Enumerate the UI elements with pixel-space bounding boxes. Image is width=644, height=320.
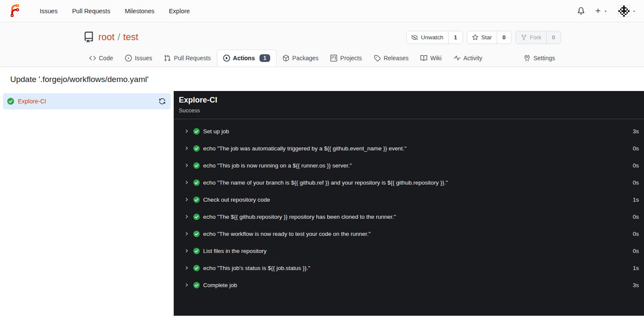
repo-name-link[interactable]: test xyxy=(123,32,138,43)
repo-icon xyxy=(83,32,94,43)
tools-icon xyxy=(524,55,530,62)
step-duration: 0s xyxy=(633,214,639,220)
nav-issues[interactable]: Issues xyxy=(40,8,58,15)
tab-actions[interactable]: Actions 1 xyxy=(217,50,277,67)
chevron-right-icon xyxy=(184,146,189,151)
step-name: Set up job xyxy=(203,128,229,135)
job-title: Explore-CI xyxy=(179,95,639,105)
repo-tabs: Code Issues Pull Requests Actions 1 xyxy=(83,50,561,67)
step-duration: 0s xyxy=(633,162,639,169)
step-duration: 1s xyxy=(633,265,639,271)
actions-run-page: Update '.forgejo/workflows/demo.yaml' Ex… xyxy=(0,75,644,316)
code-icon xyxy=(89,55,96,62)
chevron-right-icon xyxy=(184,163,189,168)
nav-pull-requests[interactable]: Pull Requests xyxy=(72,8,110,15)
chevron-right-icon xyxy=(184,214,189,219)
tab-label: Releases xyxy=(384,55,408,62)
job-name: Explore-CI xyxy=(18,98,46,105)
top-navbar: Issues Pull Requests Milestones Explore xyxy=(0,0,644,22)
tab-code[interactable]: Code xyxy=(83,50,119,67)
success-check-icon xyxy=(193,162,200,169)
step-name: echo "The name of your branch is ${{ git… xyxy=(203,179,448,186)
package-icon xyxy=(283,55,289,62)
issue-icon xyxy=(125,55,132,62)
tab-activity[interactable]: Activity xyxy=(448,50,488,67)
step-duration: 0s xyxy=(633,231,639,237)
unwatch-button[interactable]: Unwatch xyxy=(407,31,448,44)
watchers-count[interactable]: 1 xyxy=(448,31,463,44)
star-button[interactable]: Star xyxy=(467,31,497,44)
tab-label: Pull Requests xyxy=(174,55,210,62)
jobs-sidebar: Explore-CI xyxy=(0,91,174,109)
tab-projects[interactable]: Projects xyxy=(324,50,368,67)
chevron-right-icon xyxy=(184,180,189,185)
step-row[interactable]: echo "The ${{ github.repository }} repos… xyxy=(174,208,644,225)
step-row[interactable]: echo "The workflow is now ready to test … xyxy=(174,225,644,242)
job-log-panel: Explore-CI Success Set up job 3s echo "T… xyxy=(174,91,644,316)
forks-count[interactable]: 0 xyxy=(546,31,561,44)
success-check-icon xyxy=(193,282,200,288)
repo-header: root / test Unwatch 1 xyxy=(0,22,644,67)
chevron-right-icon xyxy=(184,231,189,236)
success-check-icon xyxy=(193,214,200,220)
repo-owner-link[interactable]: root xyxy=(99,32,115,43)
success-check-icon xyxy=(193,179,200,186)
step-row[interactable]: echo "This job's status is ${{ job.statu… xyxy=(174,259,644,276)
chevron-right-icon xyxy=(184,129,189,134)
chevron-right-icon xyxy=(184,248,189,253)
step-row[interactable]: Set up job 3s xyxy=(174,123,644,140)
book-icon xyxy=(420,55,427,62)
chevron-right-icon xyxy=(184,197,189,202)
pull-request-icon xyxy=(164,55,171,62)
tab-label: Code xyxy=(99,55,113,62)
step-row[interactable]: echo "The name of your branch is ${{ git… xyxy=(174,174,644,191)
notifications-button[interactable] xyxy=(577,7,585,15)
tab-pull-requests[interactable]: Pull Requests xyxy=(158,50,216,67)
step-row[interactable]: List files in the repository 0s xyxy=(174,242,644,259)
success-check-icon xyxy=(193,197,200,203)
eye-closed-icon xyxy=(411,34,418,41)
step-row[interactable]: Complete job 3s xyxy=(174,276,644,294)
forgejo-logo[interactable] xyxy=(9,4,22,18)
step-name: Check out repository code xyxy=(203,197,270,203)
step-row[interactable]: Check out repository code 1s xyxy=(174,191,644,208)
bell-icon xyxy=(577,7,585,15)
fork-button[interactable]: Fork xyxy=(516,31,546,44)
fork-icon xyxy=(521,34,527,41)
success-check-icon xyxy=(193,145,200,152)
repo-title-row: root / test Unwatch 1 xyxy=(83,30,561,44)
chevron-right-icon xyxy=(184,282,189,288)
watch-button-group: Unwatch 1 xyxy=(406,31,463,44)
step-duration: 0s xyxy=(633,248,639,254)
actions-count-badge: 1 xyxy=(259,54,270,62)
create-new-button[interactable] xyxy=(595,8,608,14)
fork-button-group: Fork 0 xyxy=(516,31,561,44)
tab-wiki[interactable]: Wiki xyxy=(414,50,447,67)
tab-label: Packages xyxy=(292,55,318,62)
chevron-right-icon xyxy=(184,265,189,270)
step-name: echo "This job is now running on a ${{ r… xyxy=(203,162,352,169)
step-row[interactable]: echo "This job is now running on a ${{ r… xyxy=(174,157,644,174)
tab-issues[interactable]: Issues xyxy=(119,50,158,67)
app-root: Issues Pull Requests Milestones Explore xyxy=(0,0,644,316)
success-check-icon xyxy=(193,248,200,254)
tab-releases[interactable]: Releases xyxy=(368,50,414,67)
stars-count[interactable]: 0 xyxy=(497,31,511,44)
step-name: echo "The workflow is now ready to test … xyxy=(203,231,370,237)
tab-label: Settings xyxy=(533,55,555,62)
user-menu[interactable] xyxy=(618,5,636,17)
tab-packages[interactable]: Packages xyxy=(277,50,324,67)
nav-explore[interactable]: Explore xyxy=(169,8,190,15)
tab-label: Projects xyxy=(340,55,362,62)
star-button-group: Star 0 xyxy=(467,31,512,44)
project-icon xyxy=(330,55,337,62)
step-row[interactable]: echo "The job was automatically triggere… xyxy=(174,140,644,157)
tab-label: Activity xyxy=(463,55,482,62)
rerun-job-button[interactable] xyxy=(159,98,166,105)
job-item-explore-ci[interactable]: Explore-CI xyxy=(3,93,171,109)
success-check-icon xyxy=(193,265,200,271)
success-check-icon xyxy=(193,231,200,237)
star-label: Star xyxy=(481,34,492,41)
nav-milestones[interactable]: Milestones xyxy=(125,8,154,15)
tab-settings[interactable]: Settings xyxy=(518,50,561,67)
